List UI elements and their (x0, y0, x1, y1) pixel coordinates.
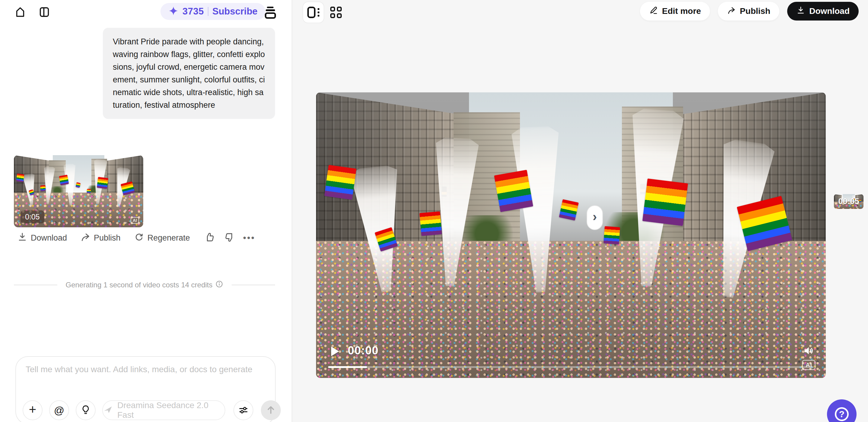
sidebar-toggle-icon (38, 6, 50, 19)
duration-badge: 0:05 (21, 210, 44, 223)
grid-view-button[interactable] (329, 5, 343, 19)
question-mark-icon: ? (835, 407, 849, 421)
divider-line (231, 285, 275, 285)
credits-count: 3735 (183, 6, 204, 17)
chat-panel: 3735 Subscribe Vibrant Pride parade with… (0, 0, 292, 422)
credits-note-row: Generating 1 second of video costs 14 cr… (14, 280, 275, 290)
mention-button[interactable]: @ (49, 400, 69, 420)
app-window: 3735 Subscribe Vibrant Pride parade with… (0, 0, 868, 422)
subscribe-link[interactable]: Subscribe (212, 6, 257, 17)
result-action-row: Download Publish Regenerate (17, 231, 255, 245)
sparkle-icon (168, 6, 179, 17)
download-label: Download (31, 233, 67, 243)
download-icon (17, 232, 27, 244)
thumbs-down-button[interactable] (223, 231, 236, 244)
publish-action[interactable]: Publish (80, 232, 121, 244)
home-icon (14, 6, 27, 19)
thumbs-up-button[interactable] (203, 231, 216, 244)
home-button[interactable] (13, 5, 28, 20)
thumbs-up-icon (204, 232, 215, 244)
publish-button[interactable]: Publish (718, 2, 779, 21)
model-name: Dreamina Seedance 2.0 Fast (117, 400, 225, 420)
volume-button[interactable] (802, 345, 815, 358)
detail-view-icon (307, 7, 315, 18)
download-label: Download (809, 6, 849, 16)
prompt-text: Vibrant Pride parade with people dancing… (113, 35, 265, 111)
task-stack-button[interactable] (262, 4, 279, 21)
progress-fill (328, 366, 367, 368)
ai-badge: AI (131, 217, 139, 224)
help-button[interactable]: ? (827, 399, 857, 422)
download-icon (796, 6, 805, 17)
inspiration-button[interactable] (76, 400, 96, 420)
credits-note-text: Generating 1 second of video costs 14 cr… (66, 281, 213, 289)
plus-icon: + (29, 403, 36, 416)
pencil-icon (649, 6, 658, 17)
progress-bar[interactable] (328, 366, 814, 368)
info-icon[interactable] (215, 280, 223, 290)
edit-more-label: Edit more (662, 6, 701, 16)
grid-icon (330, 7, 342, 18)
prompt-input[interactable] (26, 365, 264, 398)
add-attachment-button[interactable]: + (23, 400, 42, 420)
play-button[interactable] (331, 346, 339, 356)
download-action[interactable]: Download (17, 232, 67, 244)
more-options-button[interactable]: ••• (243, 233, 255, 243)
detail-view-button[interactable] (303, 1, 324, 23)
pill-divider (208, 7, 208, 16)
filmstrip-time: 00:05 (834, 194, 864, 209)
generated-video-thumbnail[interactable]: 0:05 AI (14, 155, 143, 227)
arrow-up-icon (265, 404, 277, 417)
chevron-right-icon: › (593, 210, 597, 223)
publish-share-icon (80, 232, 91, 244)
download-button[interactable]: Download (787, 2, 859, 21)
thumbs-down-icon (224, 232, 235, 244)
ai-watermark: AI (802, 360, 815, 370)
send-button[interactable] (261, 400, 281, 420)
model-bird-icon (103, 404, 113, 416)
sliders-icon (238, 404, 249, 416)
at-icon: @ (54, 405, 65, 415)
video-scene (316, 92, 826, 378)
viewer-panel: Edit more Publish Download (292, 0, 868, 422)
settings-button[interactable] (234, 400, 253, 420)
regenerate-action[interactable]: Regenerate (134, 232, 190, 244)
publish-label: Publish (740, 6, 770, 16)
divider-line (14, 285, 57, 285)
viewer-action-bar: Edit more Publish Download (640, 2, 859, 21)
filmstrip-thumbnail[interactable]: 00:05 (834, 194, 864, 209)
regenerate-label: Regenerate (148, 233, 190, 243)
edit-more-button[interactable]: Edit more (640, 2, 710, 21)
publish-label: Publish (94, 233, 121, 243)
model-selector[interactable]: Dreamina Seedance 2.0 Fast (102, 400, 225, 420)
detail-view-dots (318, 8, 319, 17)
prompt-composer: + @ Dreamina Seedance 2 (16, 356, 276, 422)
publish-share-icon (727, 6, 736, 17)
lightbulb-icon (80, 404, 91, 416)
sidebar-toggle-button[interactable] (37, 5, 52, 20)
user-prompt-bubble: Vibrant Pride parade with people dancing… (103, 28, 275, 119)
credits-subscribe-pill[interactable]: 3735 Subscribe (160, 3, 266, 20)
regenerate-icon (134, 232, 144, 244)
stack-icon (264, 7, 276, 19)
volume-icon (802, 345, 814, 358)
panel-expand-button[interactable]: › (587, 205, 603, 230)
video-player[interactable]: 00:00 AI (316, 92, 826, 378)
current-time: 00:00 (348, 344, 378, 357)
